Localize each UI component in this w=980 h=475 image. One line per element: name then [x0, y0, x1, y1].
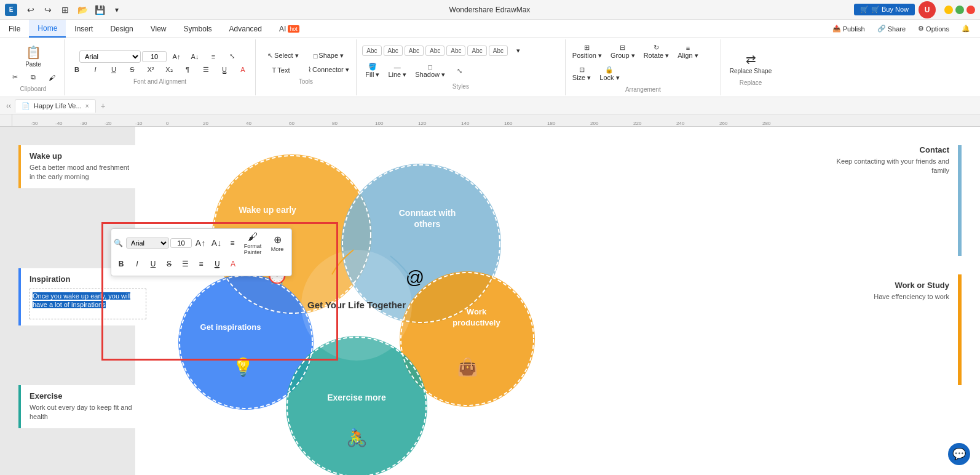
expand-font-button[interactable]: ⤡	[223, 50, 240, 62]
text-wrap-button[interactable]: ¶	[179, 64, 196, 75]
rotate-button[interactable]: ↻ Rotate ▾	[641, 42, 672, 62]
decrease-font-button[interactable]: A↓	[186, 51, 204, 62]
text-align-button[interactable]: ≡	[205, 51, 222, 62]
menu-home[interactable]: Home	[29, 20, 66, 38]
text-button[interactable]: T Text	[259, 64, 302, 76]
canvas-area: -60 -50 -40 -30 -20 -10 0 10 30 60 90 12…	[0, 114, 980, 475]
ft-font-select[interactable]: Arial	[126, 238, 169, 249]
diagram-title: Get Your Life Together	[307, 300, 406, 310]
connector-button[interactable]: ⌇ Connector ▾	[305, 64, 352, 76]
superscript-button[interactable]: X²	[142, 64, 159, 75]
style-swatch-4[interactable]: Abc	[425, 46, 445, 56]
user-avatar[interactable]: U	[919, 1, 936, 18]
font-size-input[interactable]	[142, 51, 167, 62]
menu-file[interactable]: File	[0, 20, 29, 38]
canvas-wrapper[interactable]: -50 -40 -30 -20 -10 0 20 40 60 80 100 12…	[12, 114, 980, 475]
ft-bullets[interactable]: ☰	[178, 257, 192, 271]
ft-bold[interactable]: B	[114, 257, 128, 271]
line-button[interactable]: — Line ▾	[385, 61, 409, 81]
nav-back-icon[interactable]: ‹‹	[2, 100, 15, 111]
menu-advanced[interactable]: Advanced	[221, 20, 271, 38]
share-button[interactable]: 🔗 Share	[872, 23, 911, 34]
ft-underline[interactable]: U	[146, 257, 160, 271]
subscript-button[interactable]: X₂	[160, 64, 178, 76]
publish-button[interactable]: 📤 Publish	[828, 23, 870, 34]
position-button[interactable]: ⊞ Position ▾	[569, 42, 605, 62]
add-tab-button[interactable]: +	[96, 98, 111, 113]
select-button[interactable]: ↖ Select ▾	[261, 50, 304, 62]
style-swatch-1[interactable]: Abc	[362, 46, 381, 56]
styles-label: Styles	[452, 83, 469, 90]
ft-more-button[interactable]: ⊕ More	[266, 231, 289, 255]
options-button[interactable]: ⚙ Options	[913, 23, 954, 34]
cut-button[interactable]: ✂	[6, 71, 23, 83]
menu-design[interactable]: Design	[101, 20, 141, 38]
underline-button[interactable]: U	[105, 64, 122, 75]
doc-icon: 📄	[22, 102, 30, 110]
buy-now-button[interactable]: 🛒 🛒 Buy Now	[854, 4, 915, 15]
ft-font-size[interactable]	[170, 238, 192, 248]
style-swatch-2[interactable]: Abc	[384, 46, 403, 56]
font-name-select[interactable]: Arial	[79, 50, 141, 63]
style-swatch-6[interactable]: Abc	[467, 46, 486, 56]
minimize-button[interactable]	[944, 6, 953, 14]
font-color-button[interactable]: A	[234, 64, 251, 75]
undo-button[interactable]: ↩	[22, 3, 39, 17]
ft-italic[interactable]: I	[130, 257, 144, 271]
strikethrough-button[interactable]: S	[124, 64, 141, 75]
text-editing-box[interactable]: Once you wake up early, you will have a …	[30, 289, 146, 319]
close-button[interactable]	[966, 6, 975, 14]
bell-icon: 🔔	[962, 25, 970, 33]
style-swatch-7[interactable]: Abc	[489, 46, 508, 56]
ft-increase-font[interactable]: A↑	[193, 236, 208, 250]
fill-button[interactable]: 🪣 Fill ▾	[362, 61, 382, 81]
bold-button[interactable]: B	[68, 64, 85, 75]
font-alignment-label: Font and Alignment	[133, 78, 186, 85]
chat-button[interactable]: 💬	[948, 443, 970, 465]
paste-button[interactable]: 📋 Paste	[18, 42, 49, 70]
notification-button[interactable]: 🔔	[957, 23, 975, 34]
menu-view[interactable]: View	[142, 20, 175, 38]
increase-font-button[interactable]: A↑	[168, 51, 185, 62]
align-button[interactable]: ≡ Align ▾	[674, 42, 701, 62]
replace-shape-icon: ⇄	[746, 52, 756, 66]
style-swatch-5[interactable]: Abc	[446, 46, 465, 56]
redo-button[interactable]: ↪	[39, 3, 57, 17]
underline-style-button[interactable]: U̲	[216, 64, 233, 76]
menu-symbols[interactable]: Symbols	[175, 20, 221, 38]
italic-button[interactable]: I	[87, 64, 104, 75]
ft-list[interactable]: ≡	[194, 257, 208, 271]
ft-font-color[interactable]: A	[226, 257, 240, 271]
group-button[interactable]: ⊟ Group ▾	[607, 42, 638, 62]
shadow-button[interactable]: □ Shadow ▾	[412, 61, 448, 81]
lock-button[interactable]: 🔒 Lock ▾	[596, 64, 622, 84]
ft-align[interactable]: ≡	[225, 236, 240, 250]
save-button[interactable]: 💾	[91, 3, 108, 17]
shape-button[interactable]: □ Shape ▾	[307, 50, 350, 62]
position-icon: ⊞	[584, 44, 590, 52]
search-icon: 🔍	[114, 239, 123, 247]
ft-decrease-font[interactable]: A↓	[209, 236, 224, 250]
ft-strikethrough[interactable]: S	[162, 257, 176, 271]
menu-insert[interactable]: Insert	[66, 20, 101, 38]
ft-format-painter[interactable]: 🖌 FormatPainter	[241, 231, 264, 255]
maximize-button[interactable]	[955, 6, 964, 14]
tab-close-button[interactable]: ×	[85, 103, 89, 110]
style-swatch-3[interactable]: Abc	[405, 46, 424, 56]
ft-underline-style[interactable]: U̲	[210, 257, 224, 271]
more-title-button[interactable]: ▾	[108, 4, 125, 16]
toolbar: 📋 Paste ✂ ⧉ 🖌 Clipboard Arial A↑ A↓ ≡ ⤡ …	[0, 38, 980, 97]
size-button[interactable]: ⊡ Size ▾	[569, 64, 594, 84]
document-tab[interactable]: 📄 Happy Life Ve... ×	[15, 99, 96, 113]
styles-expand2-button[interactable]: ⤡	[451, 61, 468, 81]
menu-ai[interactable]: AI hot	[271, 20, 308, 38]
select-icon: ↖	[267, 52, 273, 60]
format-painter-button[interactable]: 🖌	[43, 72, 60, 83]
list-button[interactable]: ☰	[197, 64, 215, 76]
new-button[interactable]: ⊞	[57, 3, 74, 17]
replace-shape-button[interactable]: ⇄ Replace Shape	[725, 49, 776, 77]
styles-expand-button[interactable]: ▾	[510, 45, 527, 57]
shadow-icon: □	[428, 63, 432, 71]
copy-button[interactable]: ⧉	[25, 71, 42, 83]
open-button[interactable]: 📂	[74, 3, 91, 17]
